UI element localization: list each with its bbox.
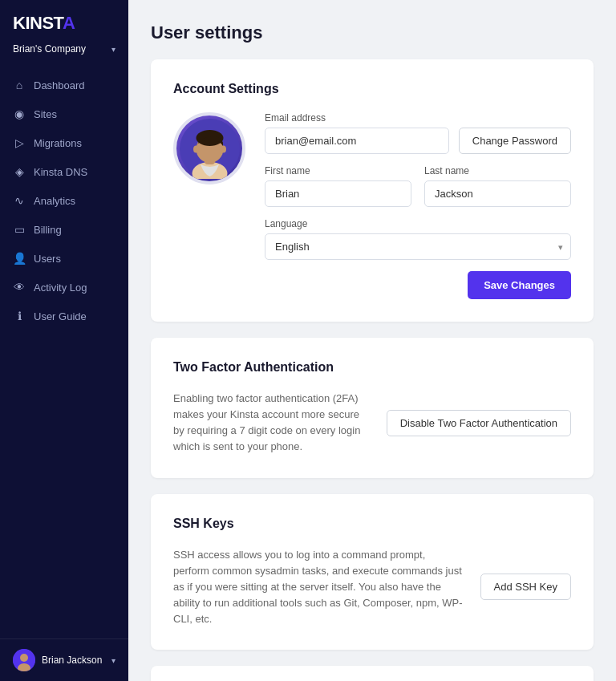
email-label: Email address [265,112,449,124]
footer-user-area: Brian Jackson [13,649,102,671]
users-icon: 👤 [13,252,26,265]
avatar-svg [13,649,35,671]
user-avatar [173,112,245,184]
logo-area: KINSTA [0,0,128,40]
sidebar-item-dashboard[interactable]: ⌂ Dashboard [0,71,128,99]
language-field-group: Language English Spanish French German P… [265,218,571,260]
sidebar-item-kinsta-dns[interactable]: ◈ Kinsta DNS [0,157,128,186]
ssh-body: SSH access allows you to log into a comm… [173,547,571,628]
footer-chevron-icon: ▾ [111,656,116,665]
language-select-wrapper: English Spanish French German Portuguese… [265,233,571,260]
analytics-icon: ∿ [13,194,26,207]
sidebar-footer[interactable]: Brian Jackson ▾ [0,638,128,681]
billing-icon: ▭ [13,223,26,236]
avatar-image [180,119,240,179]
save-changes-button[interactable]: Save Changes [468,271,571,299]
footer-username: Brian Jackson [42,655,102,666]
sidebar-item-sites[interactable]: ◉ Sites [0,99,128,128]
email-input[interactable] [265,128,449,154]
activity-log-icon: 👁 [13,281,26,294]
overage-card: Overage Notification If you hit your pla… [151,666,594,681]
account-settings-title: Account Settings [173,82,571,96]
sidebar-item-migrations[interactable]: ▷ Migrations [0,128,128,157]
twofa-body: Enabling two factor authentication (2FA)… [173,391,571,456]
disable-twofa-button[interactable]: Disable Two Factor Authentication [387,410,571,436]
language-select[interactable]: English Spanish French German Portuguese [265,233,571,260]
first-name-field-group: First name [265,165,411,207]
name-row: First name Last name [265,165,571,207]
sidebar: KINSTA Brian's Company ▾ ⌂ Dashboard ◉ S… [0,0,128,681]
avatar-area [173,112,245,184]
ssh-keys-title: SSH Keys [173,517,571,531]
company-chevron-icon: ▾ [111,45,116,54]
sidebar-item-label: Users [34,253,61,265]
email-field-group: Email address [265,112,449,154]
avatar [13,649,35,671]
sites-icon: ◉ [13,107,26,120]
main-content: User settings Account Settings [128,0,616,681]
language-label: Language [265,218,571,229]
add-ssh-key-button[interactable]: Add SSH Key [480,574,572,600]
sidebar-item-users[interactable]: 👤 Users [0,244,128,273]
sidebar-item-billing[interactable]: ▭ Billing [0,215,128,244]
sidebar-item-label: Analytics [34,195,75,207]
svg-point-8 [193,145,199,152]
sidebar-item-label: Activity Log [34,282,87,294]
company-selector[interactable]: Brian's Company ▾ [0,40,128,64]
company-name: Brian's Company [13,43,86,55]
sidebar-item-label: User Guide [34,310,87,322]
sidebar-item-label: Billing [34,224,62,236]
twofa-description: Enabling two factor authentication (2FA)… [173,391,371,456]
nav: ⌂ Dashboard ◉ Sites ▷ Migrations ◈ Kinst… [0,64,128,638]
sidebar-item-user-guide[interactable]: ℹ User Guide [0,302,128,330]
sidebar-item-label: Sites [34,108,57,120]
account-settings-body: Email address Change Password First name… [173,112,571,299]
first-name-input[interactable] [265,180,411,207]
dashboard-icon: ⌂ [13,79,26,91]
kinsta-dns-icon: ◈ [13,165,26,178]
email-row: Email address Change Password [265,112,571,154]
last-name-label: Last name [424,165,571,176]
ssh-keys-card: SSH Keys SSH access allows you to log in… [151,494,594,651]
user-guide-icon: ℹ [13,310,26,322]
first-name-label: First name [265,165,411,176]
sidebar-item-analytics[interactable]: ∿ Analytics [0,186,128,215]
migrations-icon: ▷ [13,136,26,149]
two-factor-card: Two Factor Authentication Enabling two f… [151,338,594,478]
svg-point-9 [221,145,226,152]
sidebar-item-label: Dashboard [34,79,85,91]
sidebar-item-label: Kinsta DNS [34,166,87,178]
sidebar-item-activity-log[interactable]: 👁 Activity Log [0,273,128,302]
kinsta-logo: KINSTA [13,13,116,34]
save-row: Save Changes [265,271,571,299]
sidebar-item-label: Migrations [34,137,82,149]
last-name-field-group: Last name [424,165,571,207]
svg-point-1 [20,654,28,662]
account-fields: Email address Change Password First name… [265,112,571,299]
last-name-input[interactable] [424,180,571,207]
page-title: User settings [151,22,594,43]
change-password-button[interactable]: Change Password [459,128,571,154]
account-settings-card: Account Settings [151,59,594,322]
ssh-description: SSH access allows you to log into a comm… [173,547,464,628]
two-factor-title: Two Factor Authentication [173,360,571,375]
